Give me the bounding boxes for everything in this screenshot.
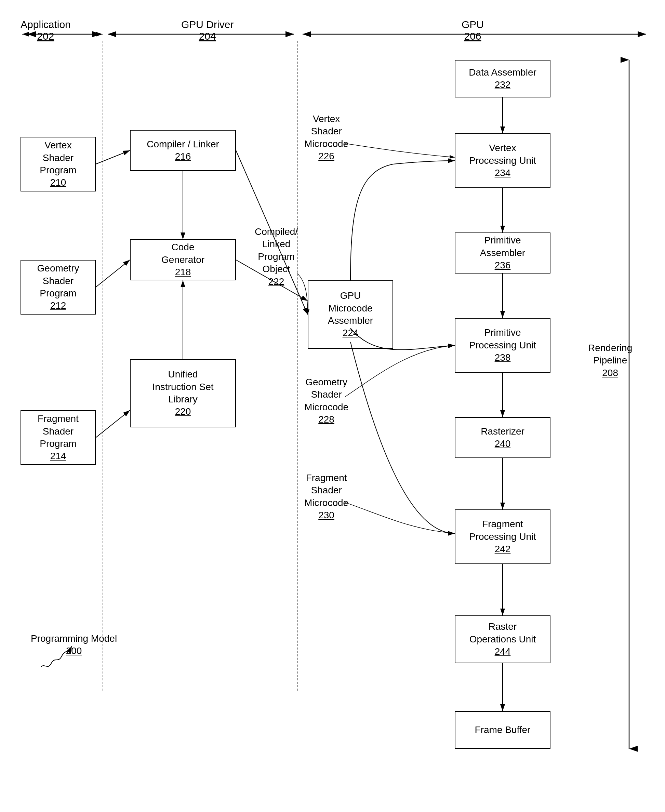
- divider-app-driver: [103, 41, 103, 691]
- primitive-assembler-box: PrimitiveAssembler 236: [455, 232, 550, 273]
- frame-buffer-box: Frame Buffer: [455, 711, 550, 749]
- geometry-shader-microcode-label: GeometryShaderMicrocode 228: [304, 376, 349, 426]
- fragment-processing-unit-box: FragmentProcessing Unit 242: [455, 509, 550, 564]
- data-assembler-box: Data Assembler 232: [455, 60, 550, 97]
- vertex-shader-program-box: VertexShaderProgram 210: [21, 137, 96, 192]
- code-generator-box: CodeGenerator 218: [130, 239, 236, 280]
- svg-line-9: [96, 151, 130, 164]
- fragment-shader-microcode-label: FragmentShaderMicrocode 230: [304, 472, 349, 522]
- raster-operations-unit-box: RasterOperations Unit 244: [455, 616, 550, 663]
- diagram-container: Application 202 GPU Driver 204 GPU 206 V…: [0, 0, 665, 812]
- gpu-header: GPU 206: [462, 19, 484, 42]
- vertex-processing-unit-box: VertexProcessing Unit 234: [455, 133, 550, 188]
- rasterizer-box: Rasterizer 240: [455, 417, 550, 458]
- divider-driver-gpu: [298, 41, 298, 691]
- primitive-processing-unit-box: PrimitiveProcessing Unit 238: [455, 318, 550, 373]
- programming-model-label: Programming Model 200: [31, 632, 117, 658]
- vertex-shader-microcode-label: VertexShaderMicrocode 226: [304, 113, 349, 163]
- rendering-pipeline-label: RenderingPipeline 208: [588, 342, 632, 379]
- application-header: Application 202: [21, 19, 71, 42]
- svg-line-10: [96, 260, 130, 287]
- compiler-linker-box: Compiler / Linker 216: [130, 130, 236, 171]
- geometry-shader-program-box: GeometryShaderProgram 212: [21, 260, 96, 314]
- compiled-linked-program-object-label: Compiled/LinkedProgramObject 222: [255, 226, 298, 288]
- unified-instruction-set-library-box: UnifiedInstruction SetLibrary 220: [130, 359, 236, 427]
- fragment-shader-program-box: FragmentShaderProgram 214: [21, 410, 96, 465]
- gpu-driver-header: GPU Driver 204: [181, 19, 234, 42]
- svg-line-11: [96, 410, 130, 438]
- gpu-microcode-assembler-box: GPUMicrocodeAssembler 224: [308, 280, 393, 349]
